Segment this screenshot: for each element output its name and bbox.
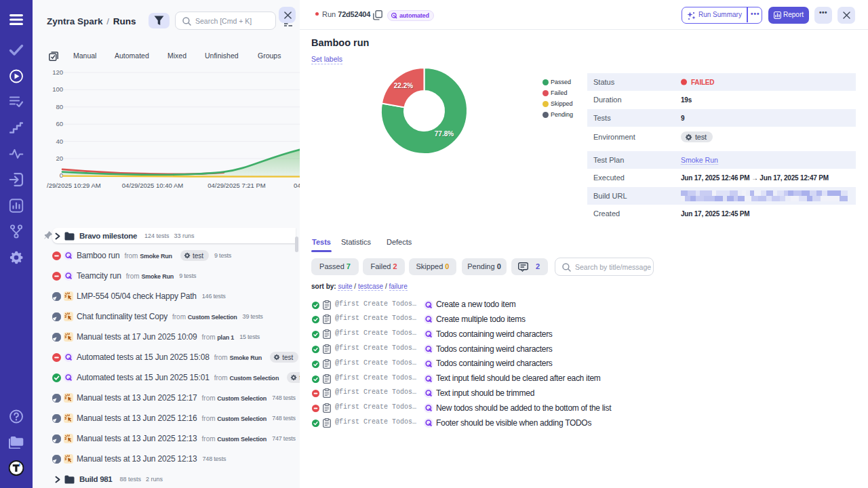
- svg-text:22.2%: 22.2%: [394, 82, 413, 89]
- svg-text:77.8%: 77.8%: [435, 130, 454, 138]
- svg-text:40: 40: [56, 138, 63, 145]
- svg-text:04/29: 04/29: [294, 182, 300, 189]
- svg-text:60: 60: [56, 120, 63, 127]
- svg-text:100: 100: [52, 85, 63, 93]
- svg-text:/29/2025 10:29 AM: /29/2025 10:29 AM: [47, 182, 101, 189]
- svg-text:20: 20: [56, 155, 63, 162]
- svg-text:120: 120: [52, 68, 63, 76]
- svg-text:80: 80: [56, 103, 63, 110]
- svg-text:04/29/2025 10:40 AM: 04/29/2025 10:40 AM: [122, 182, 183, 189]
- svg-text:04/29/2025 7:21 PM: 04/29/2025 7:21 PM: [208, 182, 266, 189]
